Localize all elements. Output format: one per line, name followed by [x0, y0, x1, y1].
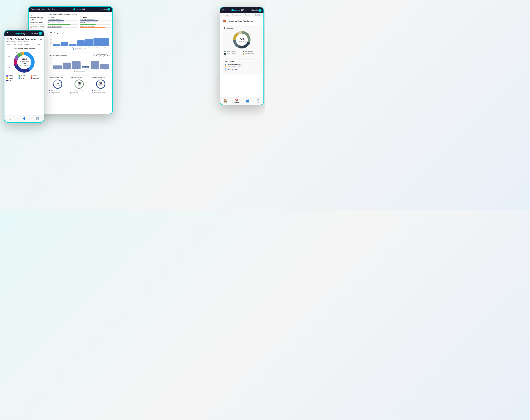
event-icon: 🏀: [222, 19, 227, 23]
new-users-dot: [49, 90, 50, 91]
mid-logo-wrap: playonHQ: [74, 8, 85, 10]
donor-2-info: Casey Lee: [228, 69, 237, 71]
donor-2: 🥈 Casey Lee: [224, 68, 259, 71]
items-count: 105: [19, 63, 29, 65]
edit-button[interactable]: Edit: [36, 43, 42, 46]
vod-bar-wed: [69, 44, 76, 46]
right-nav-test[interactable]: 📋 Test: [256, 99, 260, 103]
left-nav-fans[interactable]: 👤: [23, 117, 26, 120]
vod-chart-area: VODs view per day ▿ 500400300200100: [47, 31, 111, 51]
live-event-info: Oakridge Bulldogs Boys, Varsity Baseball: [96, 54, 110, 57]
legend-vip: VIP Donation: [243, 51, 259, 52]
legend-hotdog: Hotdog: [6, 75, 17, 77]
left-greeting: Hi Paula: [31, 32, 42, 35]
mvp-dot: [224, 51, 226, 52]
vod-bar-mon: [53, 44, 60, 46]
mid-greeting: Hi Paula: [101, 8, 110, 11]
event-name: Hoops for Hope Fundraiser: [228, 20, 253, 22]
donor-2-icon: 🥈: [224, 68, 227, 71]
returning-users-dot: [49, 92, 50, 93]
total-streaming-dot: [92, 90, 93, 91]
right-device: ☰ playonHQ Hi Paula mmary Management Tic…: [220, 7, 264, 105]
donations-legend: MVP Donation VIP Donation Silver Donatio…: [224, 51, 259, 55]
hamburger-icon[interactable]: ☰: [6, 32, 9, 35]
vod-bar-sun: [101, 38, 109, 46]
right-logo-wrap: playonHQ: [231, 9, 244, 11]
home-adult-track: [47, 24, 78, 25]
live-donut-center: 459 Streamed Event: [98, 82, 103, 86]
live-bar-6: [100, 64, 109, 69]
legend-mvp: MVP Donation: [224, 51, 241, 52]
right-nav-fans[interactable]: 👥 Fans: [246, 99, 249, 103]
legend-candy: Candy: [6, 77, 17, 79]
mid-header: Centennial Hawks High School playonHQ Hi…: [29, 7, 112, 12]
mid-logo: playonHQ: [76, 8, 85, 10]
tab-summary[interactable]: mmary: [220, 13, 231, 17]
tab-management[interactable]: Management: [231, 13, 242, 17]
donor-1-info: Noah Thompson VIP Donation: $500.00: [228, 64, 243, 67]
vod-users-donut: 459 view VODs: [52, 79, 63, 89]
live-bar-1: [53, 65, 62, 69]
donations-card: Donations 724: [222, 25, 262, 57]
remaining-dot: [70, 93, 72, 95]
live-bar-3: [72, 61, 81, 69]
vod-bar-thu: [77, 40, 85, 46]
test-nav-icon: 📋: [256, 99, 260, 102]
mid-school: Centennial Hawks High School: [31, 8, 57, 10]
right-hamburger-icon[interactable]: ☰: [222, 9, 225, 12]
live-chart-area: Total live views per hour ▿ 🐾 Oakridge B…: [47, 53, 111, 74]
top-donors-card: Top Donors 🥇 Noah Thompson VIP Donation:…: [222, 58, 262, 74]
concession-total: $165: [19, 58, 29, 61]
live-bar-2: [63, 63, 71, 69]
live-chart-title: Total live views per hour ▿ 🐾 Oakridge B…: [49, 54, 110, 57]
right-nav-events[interactable]: 📅 Events: [235, 99, 239, 103]
tickets-donut-center: 320 tickets remaining: [76, 82, 82, 86]
chips-dot: [6, 80, 8, 81]
tab-tickets[interactable]: Tickets: [242, 13, 253, 17]
expand-icon[interactable]: ⌄: [40, 38, 42, 41]
home-vip-fill: [47, 27, 61, 28]
live-stat-legend: 87% total streaming 12% currently stream…: [92, 90, 110, 93]
live-event-icon: 🐾: [93, 54, 95, 56]
sandwich-dot: [31, 77, 32, 79]
tab-statistics[interactable]: Statistics: [253, 13, 264, 17]
left-nav-info[interactable]: ℹ️: [36, 117, 39, 120]
silver-dot: [224, 53, 226, 55]
hotdog-dot: [6, 75, 8, 77]
mid-logo-icon: [74, 8, 75, 10]
pickle-dot: [31, 75, 32, 77]
left-footer: 📊 👤 ℹ️: [4, 116, 44, 122]
live-callout: 3986 Views: [82, 66, 89, 68]
donations-donut-center: 724 Tickets Sold: [238, 37, 246, 42]
home-team-head: 🐾 Home: [47, 16, 78, 18]
donor-1: 🥇 Noah Thompson VIP Donation: $500.00: [224, 64, 259, 67]
donations-donut: 724 Tickets Sold: [232, 30, 251, 49]
live-y-axis: 2500200015001000500: [49, 57, 52, 67]
vod-bar-fri: [85, 39, 93, 46]
tickets-donut: 320 tickets remaining: [74, 79, 84, 89]
live-donut: 459 Streamed Event: [95, 79, 106, 89]
home-bar-student: 12 student tickets sold: [47, 19, 78, 21]
away-bar-vip: 72 VIP Gold tickets sold: [80, 26, 111, 28]
home-adult-fill: [47, 24, 71, 25]
right-tabs: mmary Management Tickets Statistics: [220, 13, 264, 17]
home-bar-vip: 32 VIP Gold tickets sold: [47, 26, 78, 28]
summary-icon: 📋: [30, 26, 32, 28]
sidebar-event-summary[interactable]: 📋 Event Summary: [29, 25, 46, 29]
vod-stat-legend: 62% new users 24% returning users: [49, 90, 66, 93]
soda-dot: [18, 77, 20, 79]
left-nav-stats[interactable]: 📊: [9, 117, 13, 120]
live-viewers-stat: Total users view live 459 Streamed Event: [90, 75, 111, 96]
live-legend-dot: [74, 71, 75, 72]
live-bar-5: [91, 61, 100, 69]
away-bar-student: 14 student tickets sold: [80, 19, 111, 21]
away-icon: 🦅: [80, 16, 82, 18]
match-title: 🐾 Oakridge Bulldogs vs 🦅 Centennial Hawk…: [29, 13, 46, 25]
right-nav-home[interactable]: 🏠 Home: [224, 99, 228, 103]
away-team-head: 🦅 Away: [80, 16, 111, 18]
home-bar-adult: 83 Adult tickets sold: [47, 22, 78, 25]
home-student-track: [47, 20, 78, 21]
away-bar-adult: 34 Adult tickets sold: [80, 22, 111, 25]
live-time-labels: 2:00 PM 3:00 PM 4:00 PM 5:00 PM 6:00 PM …: [52, 69, 110, 71]
mini-stats-row: Total users view VOD 459 view VODs: [47, 75, 111, 96]
